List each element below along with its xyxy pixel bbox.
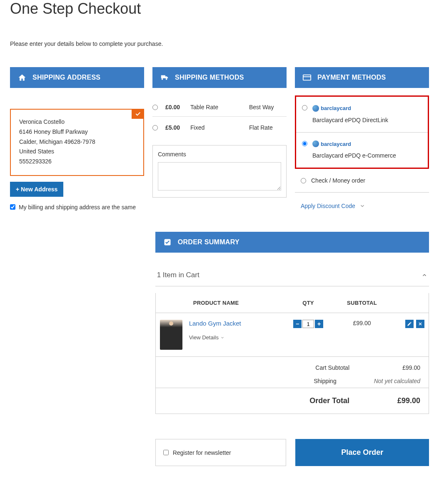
- shipping-method-name: Fixed: [190, 124, 249, 131]
- shipping-total-value: Not yet calculated: [374, 378, 420, 384]
- comments-box: Comments: [152, 145, 287, 198]
- cart-table: PRODUCT NAME QTY SUBTOTAL Lando Gym Jack…: [155, 293, 429, 414]
- product-image: [160, 320, 182, 350]
- cart-count-text: 1 Item in Cart: [157, 271, 200, 279]
- newsletter-box[interactable]: Register for newsletter: [155, 439, 287, 466]
- shipping-total-row: Shipping Not yet calculated: [156, 374, 429, 388]
- address-street: 6146 Honey Bluff Parkway: [19, 127, 135, 137]
- chevron-down-icon: [359, 203, 365, 209]
- payment-method-row[interactable]: barclaycard Barclaycard ePDQ DirectLink: [296, 97, 428, 132]
- address-city: Calder, Michigan 49628-7978: [19, 137, 135, 147]
- cart-subtotal-value: £99.00: [387, 364, 420, 371]
- home-icon: [17, 73, 27, 82]
- shipping-method-price: £5.00: [165, 124, 190, 131]
- truck-icon: [160, 73, 169, 82]
- product-name-link[interactable]: Lando Gym Jacket: [189, 320, 241, 327]
- address-country: United States: [19, 147, 135, 157]
- shipping-total-label: Shipping: [314, 378, 337, 384]
- newsletter-label: Register for newsletter: [173, 449, 231, 456]
- shipping-method-name: Table Rate: [190, 104, 249, 110]
- payment-method-radio[interactable]: [301, 178, 306, 183]
- cart-count-toggle[interactable]: 1 Item in Cart: [155, 271, 429, 286]
- column-product-name: PRODUCT NAME: [155, 293, 281, 313]
- qty-increase-button[interactable]: +: [315, 320, 323, 328]
- shipping-method-row[interactable]: £0.00 Table Rate Best Way: [152, 100, 287, 116]
- qty-input[interactable]: [302, 320, 314, 328]
- chevron-up-icon: [422, 272, 427, 278]
- order-total-value: £99.00: [387, 396, 420, 405]
- order-total-row: Order Total £99.00: [156, 388, 429, 414]
- payment-methods-header-text: PAYMENT METHODS: [317, 74, 386, 81]
- barclaycard-logo: barclaycard: [312, 140, 351, 148]
- edit-item-button[interactable]: [405, 320, 414, 328]
- payment-method-label: Check / Money order: [311, 177, 365, 184]
- item-subtotal: £99.00: [335, 313, 389, 357]
- page-subtitle: Please enter your details below to compl…: [10, 40, 429, 47]
- barclaycard-logo: barclaycard: [312, 104, 351, 113]
- billing-same-label: My billing and shipping address are the …: [19, 203, 136, 212]
- billing-same-checkbox-wrap[interactable]: My billing and shipping address are the …: [10, 203, 144, 212]
- payment-method-row[interactable]: barclaycard Barclaycard ePDQ e-Commerce: [296, 132, 428, 168]
- payment-method-radio[interactable]: [302, 141, 307, 146]
- comments-textarea[interactable]: [158, 162, 281, 191]
- billing-same-checkbox[interactable]: [10, 204, 15, 210]
- apply-discount-toggle[interactable]: Apply Discount Code: [295, 193, 429, 219]
- address-name: Veronica Costello: [19, 117, 135, 127]
- shipping-method-radio[interactable]: [152, 105, 158, 110]
- cart-subtotal-row: Cart Subtotal £99.00: [156, 357, 429, 374]
- card-icon: [302, 73, 312, 82]
- shipping-address-header-text: SHIPPING ADDRESS: [32, 74, 100, 81]
- address-phone: 5552293326: [19, 157, 135, 167]
- shipping-method-carrier: Flat Rate: [249, 124, 287, 131]
- shipping-address-header: SHIPPING ADDRESS: [10, 67, 144, 88]
- payment-method-row[interactable]: Check / Money order: [295, 171, 429, 193]
- order-summary-header-text: ORDER SUMMARY: [178, 238, 239, 246]
- shipping-method-price: £0.00: [165, 104, 190, 110]
- cart-subtotal-label: Cart Subtotal: [315, 364, 349, 371]
- view-details-label: View Details: [189, 334, 219, 341]
- address-card[interactable]: Veronica Costello 6146 Honey Bluff Parkw…: [10, 109, 144, 176]
- qty-decrease-button[interactable]: −: [293, 320, 302, 328]
- apply-discount-label: Apply Discount Code: [301, 203, 355, 209]
- remove-item-button[interactable]: [416, 320, 424, 328]
- shipping-methods-header: SHIPPING METHODS: [152, 67, 287, 88]
- check-square-icon: [163, 238, 172, 247]
- comments-label: Comments: [158, 151, 186, 158]
- view-details-toggle[interactable]: View Details: [189, 334, 241, 341]
- new-address-button[interactable]: + New Address: [10, 182, 63, 197]
- column-subtotal: SUBTOTAL: [335, 293, 389, 313]
- order-summary-header: ORDER SUMMARY: [155, 232, 429, 253]
- svg-rect-0: [303, 75, 311, 80]
- order-total-label: Order Total: [309, 396, 349, 405]
- address-selected-icon: [132, 109, 144, 119]
- payment-method-radio[interactable]: [302, 105, 307, 110]
- shipping-method-carrier: Best Way: [249, 104, 287, 110]
- shipping-method-radio[interactable]: [152, 125, 158, 130]
- newsletter-checkbox[interactable]: [163, 450, 169, 455]
- column-qty: QTY: [282, 293, 335, 313]
- place-order-button[interactable]: Place Order: [295, 439, 429, 466]
- payment-highlight-box: barclaycard Barclaycard ePDQ DirectLink …: [295, 95, 429, 169]
- shipping-methods-header-text: SHIPPING METHODS: [175, 74, 244, 81]
- shipping-method-row[interactable]: £5.00 Fixed Flat Rate: [152, 116, 287, 137]
- cart-item-row: Lando Gym Jacket View Details −+ £99.00: [155, 313, 429, 357]
- page-title: One Step Checkout: [10, 0, 429, 18]
- payment-method-label: Barclaycard ePDQ DirectLink: [312, 116, 388, 125]
- payment-methods-header: PAYMENT METHODS: [295, 67, 429, 88]
- payment-method-label: Barclaycard ePDQ e-Commerce: [312, 151, 396, 160]
